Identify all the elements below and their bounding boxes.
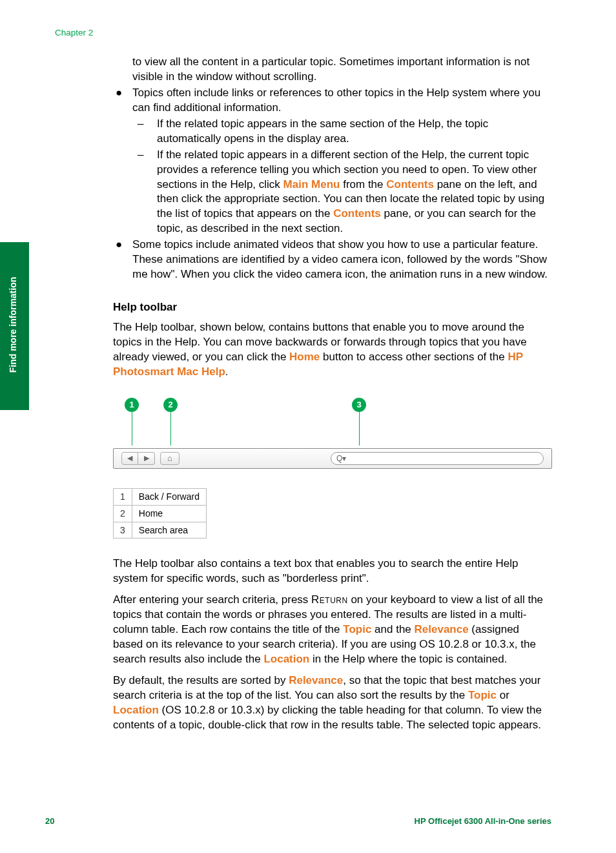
- text-run: and the: [371, 623, 414, 635]
- legend-num: 3: [114, 522, 132, 539]
- page-content: to view all the content in a particular …: [113, 55, 552, 733]
- location-label: Location: [263, 653, 309, 665]
- nav-buttons-group: ◀ ▶: [121, 452, 155, 465]
- home-label: Home: [289, 351, 320, 363]
- contents-label: Contents: [386, 178, 434, 190]
- relevance-label: Relevance: [415, 623, 469, 635]
- dash-icon: –: [132, 117, 157, 147]
- text-run: from the: [340, 178, 386, 190]
- table-row: 1 Back / Forward: [114, 488, 207, 505]
- return-key: Return: [311, 593, 348, 606]
- toolbar-para-2: The Help toolbar also contains a text bo…: [113, 557, 552, 586]
- bullet-icon: ●: [113, 86, 132, 116]
- bullet-item: ● Topics often include links or referenc…: [113, 86, 552, 116]
- text-run: After entering your search criteria, pre…: [113, 593, 311, 606]
- side-tab-label: Find more information: [8, 254, 18, 396]
- text-run: button to access other sections of the: [320, 351, 508, 363]
- location-label-2: Location: [113, 704, 159, 716]
- text-run: .: [225, 365, 229, 378]
- dash-text: If the related topic appears in the same…: [157, 117, 552, 147]
- bullet-icon: ●: [113, 238, 132, 282]
- legend-num: 2: [114, 505, 132, 522]
- legend-num: 1: [114, 488, 132, 505]
- table-row: 3 Search area: [114, 522, 207, 539]
- back-button[interactable]: ◀: [121, 452, 138, 465]
- home-button[interactable]: ⌂: [160, 452, 180, 465]
- footer-brand: HP Officejet 6300 All-in-One series: [415, 816, 551, 826]
- relevance-label-2: Relevance: [289, 674, 343, 686]
- main-menu-label: Main Menu: [283, 178, 340, 190]
- forward-button[interactable]: ▶: [138, 452, 155, 465]
- callout-2: 2: [163, 398, 178, 412]
- search-input[interactable]: Q▾: [331, 452, 544, 465]
- text-run: in the Help where the topic is contained…: [309, 653, 507, 665]
- sub-list: – If the related topic appears in the sa…: [132, 117, 552, 237]
- legend-label: Back / Forward: [132, 488, 206, 505]
- bullet-item: ● Some topics include animated videos th…: [113, 238, 552, 282]
- table-row: 2 Home: [114, 505, 207, 522]
- leader-line: [132, 412, 132, 446]
- callout-1: 1: [125, 398, 139, 412]
- sort-paragraph: By default, the results are sorted by Re…: [113, 673, 552, 733]
- toolbar-diagram: 1 2 3 ◀ ▶ ⌂ Q▾: [113, 398, 552, 475]
- search-paragraph: After entering your search criteria, pre…: [113, 593, 552, 667]
- callout-legend-table: 1 Back / Forward 2 Home 3 Search area: [113, 488, 207, 539]
- help-toolbar-bar: ◀ ▶ ⌂ Q▾: [113, 448, 552, 469]
- dash-icon: –: [132, 148, 157, 237]
- intro-continuation: to view all the content in a particular …: [132, 55, 552, 85]
- leader-line: [359, 412, 360, 446]
- text-run: or: [497, 689, 509, 701]
- legend-label: Search area: [132, 522, 206, 539]
- help-toolbar-paragraph: The Help toolbar, shown below, contains …: [113, 320, 552, 380]
- side-tab: Find more information: [0, 242, 29, 410]
- bullet-text: Some topics include animated videos that…: [132, 238, 552, 282]
- dash-item: – If the related topic appears in the sa…: [132, 117, 552, 147]
- chapter-label: Chapter 2: [55, 28, 93, 37]
- bullet-text: Topics often include links or references…: [132, 86, 552, 116]
- contents-label-2: Contents: [333, 207, 381, 220]
- text-run: By default, the results are sorted by: [113, 674, 289, 686]
- topic-label: Topic: [343, 623, 371, 635]
- dash-text: If the related topic appears in a differ…: [157, 148, 552, 237]
- topic-label-2: Topic: [468, 689, 497, 701]
- legend-label: Home: [132, 505, 206, 522]
- page-number: 20: [45, 816, 54, 826]
- leader-line: [170, 412, 171, 446]
- callout-3: 3: [352, 398, 366, 412]
- text-run: (OS 10.2.8 or 10.3.x) by clicking the ta…: [113, 704, 542, 731]
- help-toolbar-heading: Help toolbar: [113, 300, 552, 315]
- dash-item: – If the related topic appears in a diff…: [132, 148, 552, 237]
- search-icon: Q▾: [336, 453, 346, 464]
